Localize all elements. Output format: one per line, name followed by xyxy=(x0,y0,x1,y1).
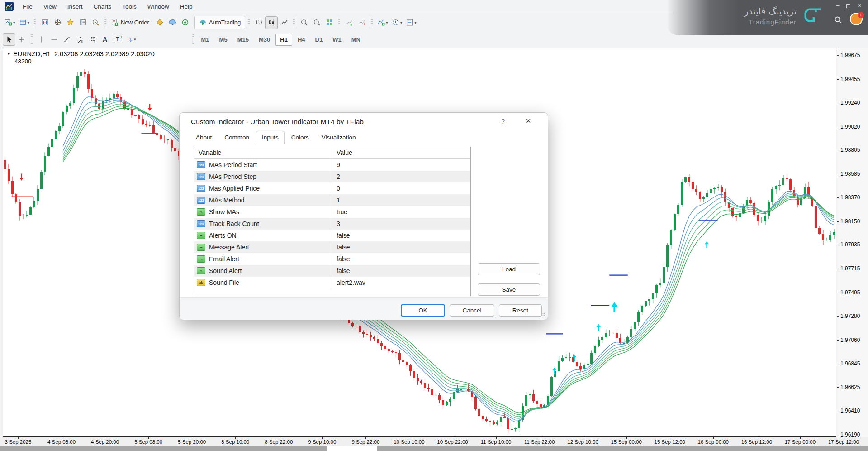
parameter-value[interactable]: 3 xyxy=(332,220,470,227)
menu-item-window[interactable]: Window xyxy=(142,1,175,12)
timeframe-m30[interactable]: M30 xyxy=(254,34,275,46)
strategy-tester-button[interactable] xyxy=(89,16,102,29)
menu-item-insert[interactable]: Insert xyxy=(62,1,88,12)
tile-windows-button[interactable] xyxy=(323,16,336,29)
zoom-in-button[interactable] xyxy=(298,16,310,29)
table-row[interactable]: ⌁Message Alertfalse xyxy=(194,241,470,253)
menu-item-help[interactable]: Help xyxy=(175,1,198,12)
menu-item-view[interactable]: View xyxy=(38,1,62,12)
chart-shift-button[interactable] xyxy=(356,16,368,29)
bar-chart-mode-button[interactable] xyxy=(252,16,265,29)
parameter-value[interactable]: false xyxy=(332,267,470,274)
auto-scroll-button[interactable] xyxy=(343,16,356,29)
parameter-value[interactable]: 2 xyxy=(332,173,470,180)
tab-visualization[interactable]: Visualization xyxy=(316,131,362,144)
crosshair-tool-button[interactable] xyxy=(15,33,28,46)
avatar[interactable]: 1 xyxy=(850,13,863,25)
vertical-line-tool-button[interactable] xyxy=(35,33,48,46)
favorites-star-button[interactable] xyxy=(64,16,76,29)
timeframe-mn[interactable]: MN xyxy=(347,34,365,46)
autotrading-button[interactable]: AutoTrading xyxy=(194,16,245,29)
timeframe-d1[interactable]: D1 xyxy=(311,34,327,46)
candlestick-mode-button[interactable] xyxy=(265,16,278,29)
horizontal-line-tool-button[interactable] xyxy=(48,33,61,46)
parameter-value[interactable]: false xyxy=(332,255,470,263)
indicator-properties-dialog: Custom Indicator - Urban Tower Indicator… xyxy=(179,112,548,320)
timeframe-m1[interactable]: M1 xyxy=(197,34,214,46)
metaeditor-button[interactable] xyxy=(154,16,166,29)
templates-button[interactable]: ▾ xyxy=(404,16,418,29)
parameter-value[interactable]: true xyxy=(332,208,470,216)
table-row[interactable]: ⌁Sound Alertfalse xyxy=(194,265,470,277)
trendline-tool-button[interactable] xyxy=(61,33,73,46)
timeframe-h1[interactable]: H1 xyxy=(275,34,292,46)
parameter-value[interactable]: false xyxy=(332,232,470,239)
tab-common[interactable]: Common xyxy=(218,131,255,144)
table-row[interactable]: ⌁Alerts ONfalse xyxy=(194,230,470,241)
parameter-value[interactable]: alert2.wav xyxy=(332,279,470,286)
table-row[interactable]: ⌁Show MAstrue xyxy=(194,206,470,218)
price-axis[interactable]: 1.996751.994551.992401.990201.988051.985… xyxy=(837,48,868,437)
table-row[interactable]: 123MAs Method1 xyxy=(194,194,470,206)
dialog-close-button[interactable]: × xyxy=(522,116,534,126)
toolbar-separator xyxy=(338,18,340,28)
equidistant-channel-tool-button[interactable]: E xyxy=(73,33,86,46)
signals-button[interactable] xyxy=(179,16,192,29)
arrows-tool-button[interactable]: ▾ xyxy=(124,33,138,46)
cursor-tool-button[interactable] xyxy=(3,33,15,46)
parameter-value[interactable]: false xyxy=(332,244,470,251)
mt4-window: FileViewInsertChartsToolsWindowHelp ▾ ▾ xyxy=(0,0,868,451)
mql5-community-button[interactable] xyxy=(166,16,179,29)
one-click-dropdown-icon[interactable]: ▼ xyxy=(7,52,11,56)
fibonacci-tool-button[interactable]: F xyxy=(86,33,99,46)
menu-item-tools[interactable]: Tools xyxy=(117,1,142,12)
market-watch-button[interactable] xyxy=(38,16,51,29)
table-row[interactable]: ⌁Email Alertfalse xyxy=(194,253,470,265)
table-row[interactable]: 123MAs Period Start9 xyxy=(194,159,470,171)
time-axis-label: 4 Sep 20:00 xyxy=(91,439,119,445)
price-axis-label: 1.97060 xyxy=(840,337,860,343)
table-row[interactable]: 123Track Back Count3 xyxy=(194,218,470,230)
add-indicator-button[interactable]: ▾ xyxy=(375,16,390,29)
tab-colors[interactable]: Colors xyxy=(285,131,315,144)
price-axis-label: 1.99240 xyxy=(840,100,860,106)
maximize-button[interactable] xyxy=(846,4,850,8)
table-row[interactable]: 123MAs Period Step2 xyxy=(194,171,470,182)
tab-about[interactable]: About xyxy=(190,131,218,144)
menu-item-charts[interactable]: Charts xyxy=(88,1,117,12)
chevron-down-icon: ▾ xyxy=(414,20,417,25)
chevron-down-icon: ▾ xyxy=(13,20,15,25)
ok-button[interactable]: OK xyxy=(401,304,445,317)
data-window-button[interactable] xyxy=(76,16,89,29)
tab-inputs[interactable]: Inputs xyxy=(256,131,285,144)
load-button[interactable]: Load xyxy=(478,263,540,275)
parameter-value[interactable]: 0 xyxy=(332,185,470,192)
timeframe-m5[interactable]: M5 xyxy=(215,34,232,46)
dialog-help-button[interactable]: ? xyxy=(498,117,508,125)
text-label-tool-button[interactable]: T xyxy=(111,33,124,46)
close-button[interactable]: × xyxy=(858,2,862,9)
zoom-out-button[interactable] xyxy=(310,16,323,29)
table-row[interactable]: abSound Filealert2.wav xyxy=(194,277,470,288)
minimize-button[interactable]: – xyxy=(836,2,839,9)
cancel-button[interactable]: Cancel xyxy=(450,304,494,317)
new-order-button[interactable]: New Order xyxy=(109,16,151,29)
resize-grip[interactable] xyxy=(541,309,545,317)
reset-button[interactable]: Reset xyxy=(499,304,542,317)
text-tool-button[interactable]: A xyxy=(99,33,111,46)
table-row[interactable]: 123Mas Applied Price0 xyxy=(194,182,470,194)
navigator-button[interactable] xyxy=(51,16,64,29)
search-icon[interactable] xyxy=(834,15,843,26)
period-clock-button[interactable]: ▾ xyxy=(390,16,404,29)
parameter-value[interactable]: 9 xyxy=(332,161,470,168)
timeframe-h4[interactable]: H4 xyxy=(293,34,310,46)
new-chart-button[interactable]: ▾ xyxy=(3,16,17,29)
time-axis[interactable]: 3 Sep 20254 Sep 08:004 Sep 20:005 Sep 08… xyxy=(0,437,868,446)
timeframe-m15[interactable]: M15 xyxy=(233,34,253,46)
menu-item-file[interactable]: File xyxy=(17,1,38,12)
parameter-value[interactable]: 1 xyxy=(332,197,470,204)
line-chart-mode-button[interactable] xyxy=(278,16,290,29)
profiles-button[interactable]: ▾ xyxy=(17,16,32,29)
save-button[interactable]: Save xyxy=(478,283,540,296)
timeframe-w1[interactable]: W1 xyxy=(328,34,346,46)
